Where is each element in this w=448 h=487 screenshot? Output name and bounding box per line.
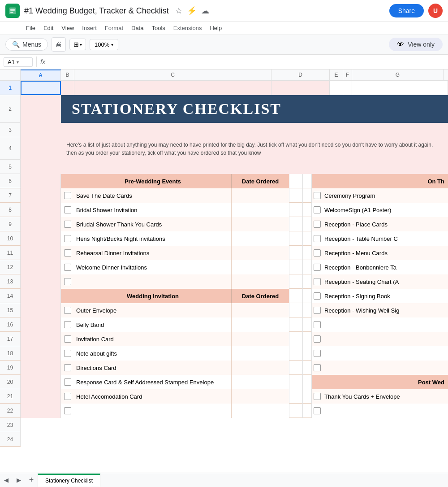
cell-e8[interactable] bbox=[289, 203, 303, 217]
row-12-date[interactable] bbox=[231, 260, 289, 274]
cell-c1[interactable] bbox=[74, 81, 271, 95]
grid-button[interactable]: ⊞ ▾ bbox=[69, 39, 86, 50]
cell-f11[interactable] bbox=[303, 246, 312, 260]
cell-a21[interactable] bbox=[21, 389, 61, 404]
right-checkbox-9[interactable] bbox=[312, 217, 323, 231]
right-checkbox-21[interactable] bbox=[312, 389, 323, 404]
row-18-date[interactable] bbox=[231, 346, 289, 361]
cell-a11[interactable] bbox=[21, 246, 61, 260]
cell-a17[interactable] bbox=[21, 332, 61, 346]
row-10-date[interactable] bbox=[231, 231, 289, 246]
cell-f19[interactable] bbox=[303, 361, 312, 375]
checkbox-17[interactable] bbox=[61, 332, 74, 346]
menu-help[interactable]: Help bbox=[206, 23, 225, 33]
cell-a14[interactable] bbox=[21, 289, 61, 303]
account-avatar[interactable]: U bbox=[428, 4, 443, 18]
row-22-date[interactable] bbox=[231, 404, 289, 418]
row-8-date[interactable] bbox=[231, 203, 289, 217]
menu-tools[interactable]: Tools bbox=[148, 23, 168, 33]
cell-f12[interactable] bbox=[303, 260, 312, 274]
cell-a10[interactable] bbox=[21, 231, 61, 246]
cell-e9[interactable] bbox=[289, 217, 303, 231]
menu-extensions[interactable]: Extensions bbox=[170, 23, 206, 33]
menus-search[interactable]: 🔍 Menus bbox=[5, 38, 48, 51]
cell-a13[interactable] bbox=[21, 274, 61, 289]
cell-f1[interactable] bbox=[343, 81, 352, 95]
cell-a18[interactable] bbox=[21, 346, 61, 361]
cell-a4[interactable] bbox=[21, 137, 61, 160]
cell-f15[interactable] bbox=[303, 303, 312, 317]
cell-a1[interactable] bbox=[21, 81, 61, 95]
cell-a9[interactable] bbox=[21, 217, 61, 231]
cell-f10[interactable] bbox=[303, 231, 312, 246]
right-checkbox-12[interactable] bbox=[312, 260, 323, 274]
checkbox-19[interactable] bbox=[61, 361, 74, 375]
right-checkbox-14[interactable] bbox=[312, 289, 323, 303]
cell-a16[interactable] bbox=[21, 317, 61, 332]
right-checkbox-19[interactable] bbox=[312, 361, 323, 375]
cell-a8[interactable] bbox=[21, 203, 61, 217]
col-header-d[interactable]: D bbox=[271, 70, 330, 80]
cell-e6[interactable] bbox=[289, 174, 303, 188]
cell-e17[interactable] bbox=[289, 332, 303, 346]
cell-e21[interactable] bbox=[289, 389, 303, 404]
checkbox-7[interactable] bbox=[61, 188, 74, 203]
cell-f21[interactable] bbox=[303, 389, 312, 404]
row-11-date[interactable] bbox=[231, 246, 289, 260]
share-button[interactable]: Share bbox=[389, 4, 424, 17]
cell-a20[interactable] bbox=[21, 375, 61, 389]
cell-e20[interactable] bbox=[289, 375, 303, 389]
cell-a12[interactable] bbox=[21, 260, 61, 274]
cell-a6[interactable] bbox=[21, 174, 61, 188]
menu-format[interactable]: Format bbox=[101, 23, 127, 33]
col-header-a[interactable]: A bbox=[21, 70, 61, 80]
cell-f7[interactable] bbox=[303, 188, 312, 203]
add-sheet-button[interactable]: + bbox=[25, 474, 38, 487]
cell-f20[interactable] bbox=[303, 375, 312, 389]
cell-reference[interactable]: A1 ▾ bbox=[4, 57, 33, 67]
row-15-date[interactable] bbox=[231, 303, 289, 317]
cell-a2[interactable] bbox=[21, 95, 61, 123]
checkbox-20[interactable] bbox=[61, 375, 74, 389]
cell-f18[interactable] bbox=[303, 346, 312, 361]
right-checkbox-11[interactable] bbox=[312, 246, 323, 260]
cell-e14[interactable] bbox=[289, 289, 303, 303]
checkbox-15[interactable] bbox=[61, 303, 74, 317]
cell-b1[interactable] bbox=[61, 81, 74, 95]
checkbox-8[interactable] bbox=[61, 203, 74, 217]
star-icon[interactable]: ☆ bbox=[175, 6, 182, 16]
checkbox-16[interactable] bbox=[61, 317, 74, 332]
menu-data[interactable]: Data bbox=[128, 23, 147, 33]
cell-f8[interactable] bbox=[303, 203, 312, 217]
cell-e19[interactable] bbox=[289, 361, 303, 375]
cell-g1[interactable] bbox=[352, 81, 448, 95]
cell-e10[interactable] bbox=[289, 231, 303, 246]
checkbox-11[interactable] bbox=[61, 246, 74, 260]
right-checkbox-18[interactable] bbox=[312, 346, 323, 361]
row-13-date[interactable] bbox=[231, 274, 289, 289]
checkbox-12[interactable] bbox=[61, 260, 74, 274]
checkbox-13[interactable] bbox=[61, 274, 74, 289]
row-16-date[interactable] bbox=[231, 317, 289, 332]
row-9-date[interactable] bbox=[231, 217, 289, 231]
zoom-control[interactable]: 100% ▾ bbox=[90, 39, 118, 50]
cell-f14[interactable] bbox=[303, 289, 312, 303]
right-checkbox-16[interactable] bbox=[312, 317, 323, 332]
row-7-date[interactable] bbox=[231, 188, 289, 203]
cell-a22[interactable] bbox=[21, 404, 61, 418]
view-only-button[interactable]: 👁 View only bbox=[389, 38, 443, 51]
cell-f22[interactable] bbox=[303, 404, 312, 418]
cell-f17[interactable] bbox=[303, 332, 312, 346]
print-button[interactable]: 🖨 bbox=[52, 37, 66, 52]
checkbox-21[interactable] bbox=[61, 389, 74, 404]
row-17-date[interactable] bbox=[231, 332, 289, 346]
col-header-f[interactable]: F bbox=[343, 70, 352, 80]
menu-insert[interactable]: Insert bbox=[78, 23, 100, 33]
cell-e18[interactable] bbox=[289, 346, 303, 361]
right-checkbox-15[interactable] bbox=[312, 303, 323, 317]
cell-a19[interactable] bbox=[21, 361, 61, 375]
right-checkbox-7[interactable] bbox=[312, 188, 323, 203]
menu-edit[interactable]: Edit bbox=[40, 23, 57, 33]
cell-e7[interactable] bbox=[289, 188, 303, 203]
col-header-e[interactable]: E bbox=[330, 70, 343, 80]
